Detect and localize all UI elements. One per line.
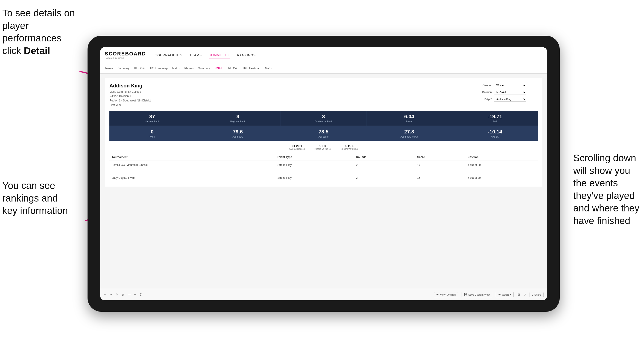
player-filters: Gender Women Division NJCAA I xyxy=(478,83,538,102)
gender-label: Gender xyxy=(478,84,492,87)
th-score: Score xyxy=(415,154,465,161)
undo-icon[interactable]: ↩ xyxy=(104,293,106,296)
cell-rounds xyxy=(354,169,415,174)
share-icon: ⤴ xyxy=(532,293,534,296)
table-header-row: Tournament Event Type Rounds Score Posit… xyxy=(110,154,538,161)
tablet-screen: SCOREBOARD Powered by clippd TOURNAMENTS… xyxy=(100,47,547,300)
division-filter-row: Division NJCAA I xyxy=(478,90,538,95)
toolbar: ↩ ↪ ↻ ⊖ — + ⏱ 👁 View: Original 💾 Save Cu… xyxy=(100,289,547,300)
player-year: First Year xyxy=(110,103,151,107)
records-row: 91-20-1Overall Record1-5-0Record vs top … xyxy=(110,144,538,150)
stats-row2: 0Wins79.6Avg Score78.5Adj Score27.8Avg S… xyxy=(110,126,538,141)
table-row xyxy=(110,169,538,174)
player-label: Player xyxy=(478,98,492,101)
sub-nav-matrix2[interactable]: Matrix xyxy=(265,66,273,71)
minus-icon[interactable]: — xyxy=(128,293,130,296)
watch-button[interactable]: 👁 Watch ▾ xyxy=(496,292,514,297)
monitor-icon[interactable]: 🖥 xyxy=(517,293,520,296)
cell-position: 7 out of 20 xyxy=(465,174,538,182)
annotation-top-left: To see details on player performances cl… xyxy=(2,7,90,57)
save-custom-view-button[interactable]: 💾 Save Custom View xyxy=(462,292,492,297)
stat-cell-row1-0: 37National Rank xyxy=(110,111,195,126)
player-filter-row: Player Addison King xyxy=(478,97,538,102)
content-area[interactable]: Addison King Mesa Community College NJCA… xyxy=(100,74,547,289)
gender-filter-row: Gender Women xyxy=(478,83,538,88)
watch-icon: 👁 xyxy=(498,293,501,296)
expand-icon[interactable]: ⤢ xyxy=(524,293,526,296)
save-icon: 💾 xyxy=(464,293,467,296)
cell-position: 4 out of 20 xyxy=(465,161,538,169)
stat-cell-row2-3: 27.8Avg Score to Par xyxy=(366,126,452,141)
record-item-0: 91-20-1Overall Record xyxy=(289,144,305,150)
nav-committee[interactable]: COMMITTEE xyxy=(209,52,230,58)
main-nav: TOURNAMENTS TEAMS COMMITTEE RANKINGS xyxy=(155,52,256,58)
player-name: Addison King xyxy=(110,83,151,89)
annotation-bottom-left: You can see rankings and key information xyxy=(2,179,68,217)
plus-icon[interactable]: + xyxy=(134,293,136,296)
sub-nav-h2h-heatmap2[interactable]: H2H Heatmap xyxy=(243,66,260,71)
share-button[interactable]: ⤴ Share xyxy=(530,292,544,297)
stat-cell-row1-4: -19.71SoS xyxy=(452,111,538,126)
division-label: Division xyxy=(478,91,492,94)
player-info: Addison King Mesa Community College NJCA… xyxy=(110,83,151,107)
cell-score: 16 xyxy=(415,174,465,182)
sub-nav-teams[interactable]: Teams xyxy=(105,66,113,71)
th-position: Position xyxy=(465,154,538,161)
record-item-1: 1-5-0Record vs top 25 xyxy=(314,144,332,150)
logo-subtext: Powered by clippd xyxy=(105,57,146,59)
division-select[interactable]: NJCAA I xyxy=(494,90,526,95)
stat-cell-row1-1: 3Regional Rank xyxy=(195,111,281,126)
stat-cell-row2-0: 0Wins xyxy=(110,126,195,141)
cell-score: 17 xyxy=(415,161,465,169)
sub-nav-summary2[interactable]: Summary xyxy=(198,66,210,71)
gender-select[interactable]: Women xyxy=(494,83,526,88)
sub-nav: Teams Summary H2H Grid H2H Heatmap Matri… xyxy=(100,63,547,74)
sub-nav-matrix[interactable]: Matrix xyxy=(172,66,180,71)
player-college: Mesa Community College xyxy=(110,90,151,94)
cell-rounds: 2 xyxy=(354,174,415,182)
tablet-frame: SCOREBOARD Powered by clippd TOURNAMENTS… xyxy=(88,36,560,312)
sub-nav-h2h-grid2[interactable]: H2H Grid xyxy=(227,66,238,71)
player-region: Region 1 - Southwest (18) District xyxy=(110,98,151,103)
eye-icon: 👁 xyxy=(436,293,439,296)
sub-nav-players[interactable]: Players xyxy=(184,66,194,71)
stat-cell-row1-3: 6.04Points xyxy=(366,111,452,126)
cell-tournament: Lady Coyote Invite xyxy=(110,174,275,182)
cell-event-type: Stroke Play xyxy=(275,174,354,182)
sub-nav-detail[interactable]: Detail xyxy=(215,65,222,71)
stat-cell-row1-2: 3Conference Rank xyxy=(281,111,366,126)
app-header: SCOREBOARD Powered by clippd TOURNAMENTS… xyxy=(100,47,547,63)
logo-text: SCOREBOARD xyxy=(105,51,146,57)
cell-event-type: Stroke Play xyxy=(275,161,354,169)
cell-score xyxy=(415,169,465,174)
sub-nav-h2h-grid[interactable]: H2H Grid xyxy=(134,66,146,71)
sub-nav-h2h-heatmap[interactable]: H2H Heatmap xyxy=(150,66,168,71)
table-row: Lady Coyote Invite Stroke Play 2 16 7 ou… xyxy=(110,174,538,182)
nav-rankings[interactable]: RANKINGS xyxy=(237,52,256,58)
player-division: NJCAA Division 1 xyxy=(110,94,151,98)
nav-tournaments[interactable]: TOURNAMENTS xyxy=(155,52,183,58)
player-select[interactable]: Addison King xyxy=(494,97,526,102)
cell-rounds: 2 xyxy=(354,161,415,169)
scoreboard-logo: SCOREBOARD Powered by clippd xyxy=(105,51,146,59)
player-card: Addison King Mesa Community College NJCA… xyxy=(105,78,542,186)
view-original-button[interactable]: 👁 View: Original xyxy=(434,292,458,297)
th-tournament: Tournament xyxy=(110,154,275,161)
zoom-out-icon[interactable]: ⊖ xyxy=(122,293,124,296)
sub-nav-summary[interactable]: Summary xyxy=(118,66,129,71)
cell-event-type xyxy=(275,169,354,174)
nav-teams[interactable]: TEAMS xyxy=(190,52,202,58)
redo-icon[interactable]: ↪ xyxy=(110,293,112,296)
stat-cell-row2-1: 79.6Avg Score xyxy=(195,126,281,141)
refresh-icon[interactable]: ↻ xyxy=(116,293,118,296)
stats-row1: 37National Rank3Regional Rank3Conference… xyxy=(110,111,538,126)
stat-cell-row2-4: -10.14Avg SG xyxy=(452,126,538,141)
annotation-right: Scrolling down will show you the events … xyxy=(573,152,640,227)
clock-icon[interactable]: ⏱ xyxy=(139,293,142,296)
cell-position xyxy=(465,169,538,174)
th-event-type: Event Type xyxy=(275,154,354,161)
cell-tournament xyxy=(110,169,275,174)
tournament-table: Tournament Event Type Rounds Score Posit… xyxy=(110,154,538,182)
record-item-2: 5-11-1Record vs top 50 xyxy=(340,144,358,150)
table-row: Estella CC- Mountain Classic Stroke Play… xyxy=(110,161,538,169)
